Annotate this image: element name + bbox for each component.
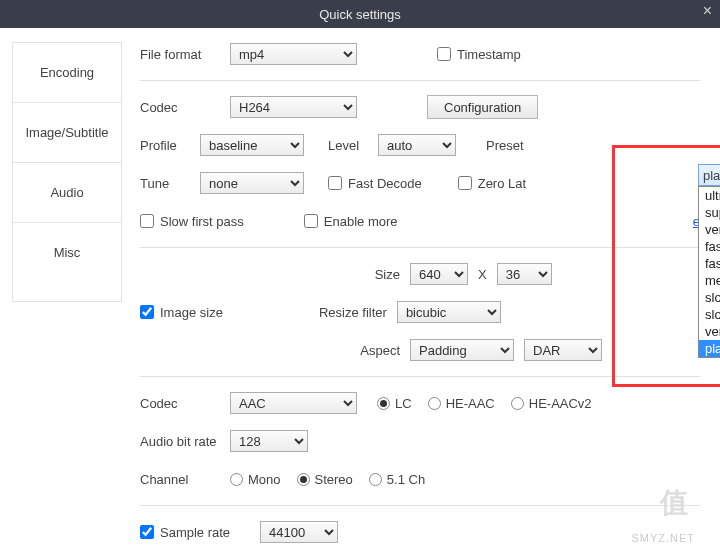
- lc-radio[interactable]: LC: [377, 396, 412, 411]
- preset-option[interactable]: veryfast: [699, 221, 720, 238]
- preset-option[interactable]: veryslow: [699, 323, 720, 340]
- tune-label: Tune: [140, 176, 200, 191]
- preset-option[interactable]: slower: [699, 306, 720, 323]
- bitrate-label: Audio bit rate: [140, 434, 230, 449]
- resize-filter-select[interactable]: bicubic: [397, 301, 501, 323]
- preset-option[interactable]: faster: [699, 238, 720, 255]
- quick-settings-window: Quick settings × Encoding Image/Subtitle…: [0, 0, 720, 552]
- preset-option[interactable]: medium: [699, 272, 720, 289]
- timestamp-checkbox[interactable]: Timestamp: [437, 47, 521, 62]
- image-size-checkbox[interactable]: Image size: [140, 305, 223, 320]
- close-icon[interactable]: ×: [703, 2, 712, 20]
- stereo-radio[interactable]: Stereo: [297, 472, 353, 487]
- sample-rate-checkbox[interactable]: Sample rate: [140, 525, 230, 540]
- size-height-select[interactable]: 36: [497, 263, 552, 285]
- channel-label: Channel: [140, 472, 230, 487]
- window-title: Quick settings: [319, 7, 401, 22]
- heaac-radio[interactable]: HE-AAC: [428, 396, 495, 411]
- level-select[interactable]: auto: [378, 134, 456, 156]
- watermark-text: SMYZ.NET: [631, 532, 695, 544]
- tab-encoding[interactable]: Encoding: [13, 43, 121, 103]
- preset-dropdown[interactable]: ultrafast superfast veryfast faster fast…: [698, 186, 720, 358]
- sidebar: Encoding Image/Subtitle Audio Misc: [12, 42, 122, 302]
- size-label: Size: [280, 267, 400, 282]
- video-codec-select[interactable]: H264: [230, 96, 357, 118]
- resize-filter-label: Resize filter: [267, 305, 387, 320]
- file-format-select[interactable]: mp4: [230, 43, 357, 65]
- fast-decode-checkbox[interactable]: Fast Decode: [328, 176, 422, 191]
- codec-label: Codec: [140, 100, 230, 115]
- bitrate-select[interactable]: 128: [230, 430, 308, 452]
- 51ch-radio[interactable]: 5.1 Ch: [369, 472, 425, 487]
- profile-label: Profile: [140, 138, 200, 153]
- preset-option[interactable]: placebo: [699, 340, 720, 357]
- profile-select[interactable]: baseline: [200, 134, 304, 156]
- tab-audio[interactable]: Audio: [13, 163, 121, 223]
- preset-option[interactable]: slow: [699, 289, 720, 306]
- tab-image-subtitle[interactable]: Image/Subtitle: [13, 103, 121, 163]
- tab-misc[interactable]: Misc: [13, 223, 121, 282]
- level-label: Level: [328, 138, 368, 153]
- tune-select[interactable]: none: [200, 172, 304, 194]
- aspect-label: Aspect: [280, 343, 400, 358]
- preset-label: Preset: [486, 138, 524, 153]
- mono-radio[interactable]: Mono: [230, 472, 281, 487]
- size-x-label: X: [468, 267, 497, 282]
- preset-select[interactable]: placebo ▾: [698, 164, 720, 186]
- preset-option[interactable]: ultrafast: [699, 187, 720, 204]
- slow-first-pass-checkbox[interactable]: Slow first pass: [140, 214, 244, 229]
- configuration-button[interactable]: Configuration: [427, 95, 538, 119]
- enable-more-checkbox[interactable]: Enable more: [304, 214, 398, 229]
- size-width-select[interactable]: 640: [410, 263, 468, 285]
- sample-rate-select[interactable]: 44100: [260, 521, 338, 543]
- titlebar: Quick settings ×: [0, 0, 720, 28]
- dar-select[interactable]: DAR: [524, 339, 602, 361]
- preset-option[interactable]: fast: [699, 255, 720, 272]
- aspect-select[interactable]: Padding: [410, 339, 514, 361]
- audio-codec-select[interactable]: AAC: [230, 392, 357, 414]
- heaacv2-radio[interactable]: HE-AACv2: [511, 396, 592, 411]
- preset-option[interactable]: superfast: [699, 204, 720, 221]
- file-format-label: File format: [140, 47, 230, 62]
- zero-latency-checkbox[interactable]: Zero Lat: [458, 176, 526, 191]
- content-panel: File format mp4 Timestamp Codec H264 Con…: [122, 28, 720, 552]
- audio-codec-label: Codec: [140, 396, 230, 411]
